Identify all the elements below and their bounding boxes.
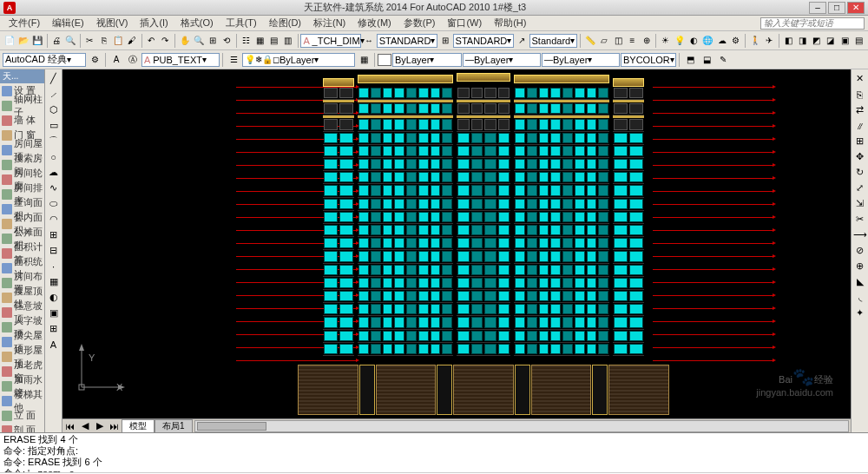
block-insert-icon[interactable]: ⬒ bbox=[682, 52, 698, 68]
layer-combo[interactable]: 💡❄🔒◻ ByLayer ▾ bbox=[242, 53, 355, 67]
close-button[interactable]: ✕ bbox=[847, 2, 865, 14]
hatch-icon[interactable]: ▦ bbox=[46, 274, 61, 289]
arc-icon[interactable]: ⌒ bbox=[46, 134, 61, 148]
chamfer-icon[interactable]: ◣ bbox=[852, 274, 867, 289]
misc-1-icon[interactable]: ◧ bbox=[782, 33, 795, 49]
explode-icon[interactable]: ✦ bbox=[852, 306, 867, 320]
adv-render-icon[interactable]: ⚙ bbox=[729, 33, 742, 49]
color-swatch[interactable] bbox=[378, 54, 391, 66]
ellipse-icon[interactable]: ⬭ bbox=[46, 196, 61, 211]
polygon-icon[interactable]: ⬡ bbox=[46, 102, 61, 117]
stretch-icon[interactable]: ⇲ bbox=[852, 196, 867, 211]
line-icon[interactable]: ╱ bbox=[46, 71, 61, 86]
print-icon[interactable]: 🖨 bbox=[50, 33, 63, 49]
zoom-window-icon[interactable]: ⊞ bbox=[206, 33, 219, 49]
menu-帮助H[interactable]: 帮助(H) bbox=[489, 16, 531, 30]
list-icon[interactable]: ≡ bbox=[626, 33, 639, 49]
fillet-icon[interactable]: ◟ bbox=[852, 290, 867, 305]
tool-palette-icon[interactable]: ▤ bbox=[267, 33, 280, 49]
make-block-icon[interactable]: ⊟ bbox=[46, 243, 61, 258]
lineweight-combo[interactable]: — ByLayer ▾ bbox=[542, 53, 620, 67]
rectangle-icon[interactable]: ▭ bbox=[46, 118, 61, 133]
copy2-icon[interactable]: ⎘ bbox=[852, 87, 867, 102]
locate-icon[interactable]: ⊕ bbox=[640, 33, 653, 49]
light-icon[interactable]: 💡 bbox=[673, 33, 686, 49]
distance-icon[interactable]: 📏 bbox=[583, 33, 596, 49]
walk-icon[interactable]: 🚶 bbox=[748, 33, 761, 49]
h-scrollbar[interactable] bbox=[194, 420, 849, 432]
properties-icon[interactable]: ☷ bbox=[240, 33, 253, 49]
menu-工具T[interactable]: 工具(T) bbox=[220, 16, 262, 30]
scale-icon[interactable]: ⤢ bbox=[852, 181, 867, 195]
match-icon[interactable]: 🖌 bbox=[126, 33, 139, 49]
linetype-combo[interactable]: — ByLayer ▾ bbox=[463, 53, 541, 67]
plotstyle-combo[interactable]: BYCOLOR ▾ bbox=[621, 53, 676, 67]
gradient-icon[interactable]: ◐ bbox=[46, 290, 61, 305]
plot-preview-icon[interactable]: 🔍 bbox=[64, 33, 77, 49]
sidebar-item-21[interactable]: 楼梯其他 bbox=[0, 393, 44, 408]
misc-5-icon[interactable]: ▣ bbox=[838, 33, 851, 49]
join-icon[interactable]: ⊕ bbox=[852, 259, 867, 273]
copy-icon[interactable]: ⎘ bbox=[97, 33, 110, 49]
menu-文件F[interactable]: 文件(F) bbox=[3, 16, 45, 30]
pan-icon[interactable]: ✋ bbox=[178, 33, 191, 49]
paste-icon[interactable]: 📋 bbox=[111, 33, 124, 49]
menu-编辑E[interactable]: 编辑(E) bbox=[47, 16, 89, 30]
menu-视图V[interactable]: 视图(V) bbox=[91, 16, 134, 30]
tab-prev-icon[interactable]: ◀ bbox=[77, 418, 92, 433]
design-center-icon[interactable]: ▦ bbox=[253, 33, 266, 49]
table-icon[interactable]: ⊞ bbox=[46, 321, 61, 336]
menu-窗口W[interactable]: 窗口(W) bbox=[442, 16, 487, 30]
rotate-icon[interactable]: ↻ bbox=[852, 165, 867, 180]
mapping-icon[interactable]: 🌐 bbox=[701, 33, 714, 49]
maximize-button[interactable]: □ bbox=[828, 2, 845, 14]
ts-b-icon[interactable]: Ⓐ bbox=[125, 52, 141, 68]
zoom-icon[interactable]: 🔍 bbox=[192, 33, 205, 49]
workspace-combo[interactable]: AutoCAD 经典 ▾ bbox=[3, 53, 86, 67]
offset-icon[interactable]: ⫽ bbox=[852, 118, 867, 133]
menu-格式O[interactable]: 格式(O) bbox=[175, 16, 219, 30]
cut-icon[interactable]: ✂ bbox=[83, 33, 96, 49]
break-icon[interactable]: ⊘ bbox=[852, 243, 867, 258]
mtext-icon[interactable]: A bbox=[46, 337, 61, 352]
save-icon[interactable]: 💾 bbox=[30, 33, 43, 49]
circle-icon[interactable]: ○ bbox=[46, 149, 61, 164]
fly-icon[interactable]: ✈ bbox=[762, 33, 775, 49]
menu-插入I[interactable]: 插入(I) bbox=[135, 16, 173, 30]
insert-block-icon[interactable]: ⊞ bbox=[46, 227, 61, 242]
dim-icon[interactable]: ↔ bbox=[362, 33, 375, 49]
minimize-button[interactable]: – bbox=[809, 2, 826, 14]
misc-6-icon[interactable]: ▤ bbox=[852, 33, 865, 49]
extend-icon[interactable]: ⟶ bbox=[852, 227, 867, 242]
std-combo-3[interactable]: Standard ▾ bbox=[529, 34, 578, 48]
layer-mgr-icon[interactable]: ☰ bbox=[226, 52, 241, 68]
material-icon[interactable]: ◐ bbox=[687, 33, 700, 49]
layer-tool-icon[interactable]: ▦ bbox=[356, 52, 372, 68]
undo-icon[interactable]: ↶ bbox=[145, 33, 158, 49]
model-tab[interactable]: 模型 bbox=[122, 419, 155, 433]
revcloud-icon[interactable]: ☁ bbox=[46, 165, 61, 180]
table-style-icon[interactable]: ⊞ bbox=[438, 33, 451, 49]
mirror-icon[interactable]: ⇄ bbox=[852, 102, 867, 117]
menu-绘图D[interactable]: 绘图(D) bbox=[264, 16, 306, 30]
render-icon[interactable]: ☀ bbox=[659, 33, 672, 49]
trim-icon[interactable]: ✂ bbox=[852, 212, 867, 227]
command-history[interactable]: ERASE 找到 4 个 命令: 指定对角点: 命令: ERASE 找到 6 个… bbox=[0, 432, 868, 472]
menu-参数P[interactable]: 参数(P) bbox=[398, 16, 441, 30]
pline-icon[interactable]: ⟋ bbox=[46, 87, 61, 102]
ts-a-icon[interactable]: A bbox=[108, 52, 124, 68]
mleader-icon[interactable]: ↗ bbox=[515, 33, 528, 49]
menu-修改M[interactable]: 修改(M) bbox=[352, 16, 397, 30]
workspace-gear-icon[interactable]: ⚙ bbox=[87, 52, 102, 68]
misc-3-icon[interactable]: ◩ bbox=[810, 33, 823, 49]
misc-2-icon[interactable]: ◨ bbox=[796, 33, 809, 49]
sheet-set-icon[interactable]: ▥ bbox=[281, 33, 294, 49]
block-create-icon[interactable]: ⬓ bbox=[699, 52, 714, 68]
layout1-tab[interactable]: 布局1 bbox=[155, 419, 193, 433]
color-combo[interactable]: ByLayer ▾ bbox=[392, 53, 462, 67]
render-env-icon[interactable]: ☁ bbox=[715, 33, 728, 49]
move-icon[interactable]: ✥ bbox=[852, 149, 867, 164]
menu-标注N[interactable]: 标注(N) bbox=[308, 16, 351, 30]
erase-icon[interactable]: ✕ bbox=[852, 71, 867, 86]
tab-last-icon[interactable]: ⏭ bbox=[107, 418, 122, 433]
